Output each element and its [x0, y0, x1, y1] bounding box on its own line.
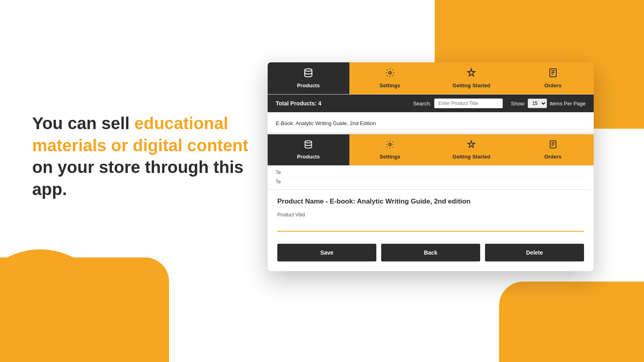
vbid-input[interactable] — [277, 220, 584, 232]
nav2-label-getting-started: Getting Started — [452, 154, 490, 160]
save-button[interactable]: Save — [277, 244, 376, 261]
svg-point-6 — [305, 141, 312, 143]
vbid-label: Product Vbid — [277, 212, 584, 218]
show-label: Show: — [511, 101, 525, 107]
gear-icon — [385, 68, 395, 80]
sparkle2-icon — [467, 140, 476, 151]
nav2-item-settings[interactable]: Settings — [349, 134, 431, 165]
bg-bottom-right — [499, 282, 644, 362]
svg-point-7 — [389, 143, 391, 146]
left-section: You can sell educational materials or di… — [32, 113, 258, 200]
show-area: Show: 15 30 50 Items Per Page — [511, 99, 586, 108]
headline-part2: on your store through this app. — [32, 158, 244, 199]
nav-label-getting-started: Getting Started — [452, 82, 490, 88]
nav2-item-products[interactable]: Products — [268, 134, 349, 165]
nav-item-getting-started[interactable]: Getting Started — [431, 62, 512, 94]
orders-icon — [548, 68, 558, 80]
nav-label-products: Products — [297, 82, 320, 88]
nav-label-orders: Orders — [544, 82, 561, 88]
headline: You can sell educational materials or di… — [32, 113, 258, 200]
svg-point-0 — [305, 69, 312, 71]
nav-item-orders[interactable]: Orders — [512, 62, 594, 94]
search-label: Search: — [413, 101, 431, 107]
database-icon — [303, 68, 313, 80]
headline-part1: You can sell — [32, 114, 134, 133]
svg-point-1 — [389, 72, 391, 74]
nav2-item-orders[interactable]: Orders — [512, 134, 594, 165]
top-navbar: Products Settings Getting Started — [268, 62, 594, 95]
total-products: Total Products: 4 — [276, 100, 405, 107]
search-input[interactable] — [434, 99, 503, 108]
product-list: E-Book: Analytic Writing Guide, 2nd Edit… — [268, 112, 594, 132]
second-navbar: Products Settings Getting Started — [268, 134, 594, 166]
nav-label-settings: Settings — [380, 82, 400, 88]
gear2-icon — [386, 140, 394, 151]
nav-item-products[interactable]: Products — [268, 62, 349, 94]
nav2-label-orders: Orders — [544, 154, 561, 160]
app-window: Products Settings Getting Started — [268, 62, 594, 271]
truncated-te1: Te — [276, 168, 586, 177]
search-area: Search: — [413, 99, 503, 108]
back-button[interactable]: Back — [381, 244, 480, 261]
action-buttons: Save Back Delete — [277, 244, 584, 261]
products-bar: Total Products: 4 Search: Show: 15 30 50… — [268, 95, 594, 112]
nav2-label-products: Products — [297, 154, 320, 160]
detail-product-title: Product Name - E-book: Analytic Writing … — [277, 197, 584, 206]
truncated-rows: Te Te — [268, 166, 594, 189]
nav2-item-getting-started[interactable]: Getting Started — [431, 134, 512, 165]
nav2-label-settings: Settings — [380, 154, 400, 160]
items-per-page-label: Items Per Page — [549, 101, 586, 107]
truncated-te2: Te — [276, 177, 586, 187]
delete-button[interactable]: Delete — [485, 244, 584, 261]
database2-icon — [304, 140, 313, 151]
items-per-page-select[interactable]: 15 30 50 — [528, 99, 547, 108]
orders2-icon — [549, 140, 557, 151]
detail-panel: Product Name - E-book: Analytic Writing … — [268, 189, 594, 271]
product-item-1[interactable]: E-Book: Analytic Writing Guide, 2nd Edit… — [276, 118, 586, 129]
sparkle-icon — [466, 68, 476, 80]
nav-item-settings[interactable]: Settings — [349, 62, 431, 94]
